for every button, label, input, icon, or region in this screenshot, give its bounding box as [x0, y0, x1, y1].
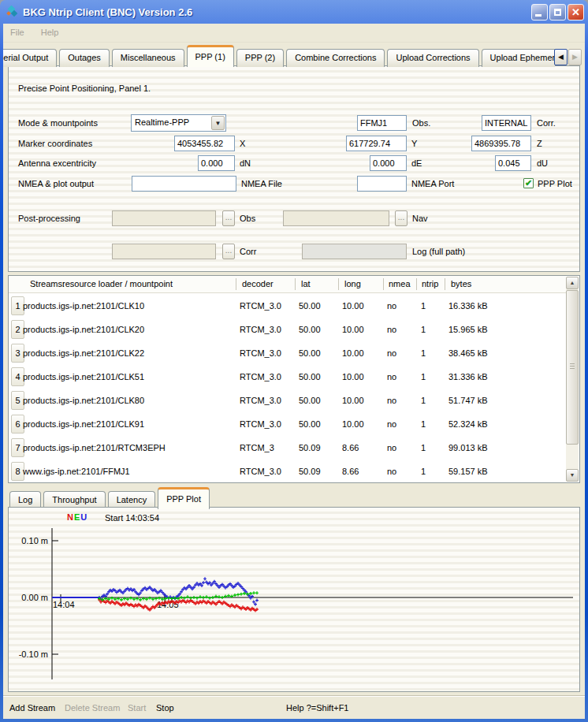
table-row[interactable]: 8www.igs-ip.net:2101/FFMJ1RTCM_3.050.098…	[9, 460, 566, 483]
minimize-button[interactable]	[531, 4, 548, 20]
corr-mountpoint-field[interactable]	[482, 115, 531, 131]
cell-nmea: no	[387, 412, 396, 436]
header-streams: Streams:	[30, 279, 65, 288]
cell-nmea: no	[387, 341, 396, 365]
nmea-port-field[interactable]	[357, 176, 407, 192]
post-corr-browse-button[interactable]: ...	[222, 244, 235, 259]
antenna-label: Antenna excentricity	[18, 155, 96, 171]
tab-scroll-left-button[interactable]: ◀	[554, 49, 568, 65]
antenna-dn-field[interactable]	[198, 155, 235, 171]
tab-serial-output[interactable]: Serial Output	[3, 49, 57, 67]
marker-y-field[interactable]	[346, 136, 407, 151]
tab-ppp-2[interactable]: PPP (2)	[236, 49, 284, 67]
cell-decoder: RTCM_3.0	[240, 341, 281, 365]
tab-scroll-right-button[interactable]: ▶	[568, 49, 582, 65]
add-stream-button[interactable]: Add Stream	[9, 703, 55, 713]
menu-bar: File Help	[3, 24, 585, 43]
tab-upload-ephemeris[interactable]: Upload Ephemeris	[482, 49, 555, 67]
post-obs-browse-button[interactable]: ...	[222, 210, 235, 226]
marker-x-field[interactable]	[174, 136, 235, 151]
table-row[interactable]: 4products.igs-ip.net:2101/CLK51RTCM_3.05…	[9, 365, 566, 389]
table-row[interactable]: 2products.igs-ip.net:2101/CLK20RTCM_3.05…	[9, 318, 566, 341]
cell-ntrip: 1	[421, 318, 426, 341]
bottom-tab-bar: Log Throughput Latency PPP Plot	[9, 486, 404, 509]
cell-nmea: no	[387, 436, 396, 460]
maximize-button[interactable]	[549, 4, 566, 20]
table-scrollbar[interactable]: ▲ ▼	[566, 277, 579, 482]
table-row[interactable]: 1products.igs-ip.net:2101/CLK10RTCM_3.05…	[9, 294, 566, 318]
thumb-grip-icon	[570, 363, 575, 370]
ppp-panel: Precise Point Positioning, Panel 1. Mode…	[8, 65, 580, 272]
post-obs-field[interactable]	[112, 210, 216, 226]
antenna-de-field[interactable]	[370, 155, 407, 171]
table-row[interactable]: 3products.igs-ip.net:2101/CLK22RTCM_3.05…	[9, 341, 566, 365]
cell-long: 10.00	[342, 294, 364, 318]
post-obs-label: Obs	[240, 210, 255, 226]
header-decoder: decoder	[242, 279, 274, 288]
start-button[interactable]: Start	[128, 703, 146, 713]
scroll-up-icon[interactable]: ▲	[566, 277, 579, 289]
stop-button[interactable]: Stop	[156, 703, 174, 713]
delete-stream-button[interactable]: Delete Stream	[65, 703, 120, 713]
marker-z-field[interactable]	[471, 136, 531, 151]
table-row[interactable]: 5products.igs-ip.net:2101/CLK80RTCM_3.05…	[9, 389, 566, 412]
cell-ntrip: 1	[421, 294, 426, 318]
post-log-field[interactable]	[302, 244, 407, 259]
svg-text:0.00 m: 0.00 m	[21, 593, 48, 602]
table-row[interactable]: 7products.igs-ip.net:2101/RTCM3EPHRTCM_3…	[9, 436, 566, 460]
cell-mountpoint: products.igs-ip.net:2101/CLK91	[23, 412, 144, 436]
plot-start-time: Start 14:03:54	[105, 513, 159, 523]
post-nav-field[interactable]	[283, 210, 389, 226]
cell-lat: 50.00	[299, 294, 321, 318]
ppp-plot-checkbox[interactable]: ✔	[523, 178, 534, 188]
mode-label: Mode & mountpoints	[18, 115, 98, 131]
scroll-down-icon[interactable]: ▼	[566, 469, 579, 482]
nmea-port-label: NMEA Port	[411, 176, 454, 192]
tab-miscellaneous[interactable]: Miscellaneous	[112, 49, 184, 67]
cell-bytes: 51.747 kB	[448, 389, 488, 412]
post-corr-field[interactable]	[112, 244, 216, 259]
nmea-file-label: NMEA File	[241, 176, 282, 192]
svg-text:14:04: 14:04	[53, 600, 75, 609]
post-nav-browse-button[interactable]: ...	[395, 210, 408, 226]
client-area: File Help Serial Output Outages Miscella…	[3, 24, 585, 719]
cell-lat: 50.09	[299, 436, 321, 460]
chevron-down-icon[interactable]: ▼	[211, 116, 225, 130]
cell-mountpoint: products.igs-ip.net:2101/CLK80	[23, 389, 144, 412]
close-button[interactable]: ✕	[568, 4, 584, 20]
cell-bytes: 38.465 kB	[448, 341, 488, 365]
tab-upload-corrections[interactable]: Upload Corrections	[387, 49, 478, 67]
tab-combine-corrections[interactable]: Combine Corrections	[286, 49, 385, 67]
x-label: X	[240, 136, 245, 151]
menu-help[interactable]: Help	[34, 24, 66, 37]
cell-ntrip: 1	[421, 460, 426, 483]
cell-mountpoint: www.igs-ip.net:2101/FFMJ1	[23, 460, 130, 483]
cell-long: 10.00	[342, 389, 364, 412]
cell-lat: 50.00	[299, 389, 321, 412]
tab-ppp-1[interactable]: PPP (1)	[187, 45, 234, 67]
scrollbar-thumb[interactable]	[566, 290, 579, 445]
obs-mountpoint-field[interactable]	[357, 115, 407, 131]
tab-outages[interactable]: Outages	[59, 49, 110, 67]
cell-long: 10.00	[342, 341, 364, 365]
antenna-du-field[interactable]	[495, 155, 531, 171]
menu-file[interactable]: File	[3, 24, 32, 37]
cell-ntrip: 1	[421, 412, 426, 436]
nmea-label: NMEA & plot output	[18, 176, 94, 192]
cell-nmea: no	[387, 389, 396, 412]
cell-ntrip: 1	[421, 389, 426, 412]
plot-legend: NEU	[67, 512, 87, 522]
cell-mountpoint: products.igs-ip.net:2101/CLK10	[23, 294, 144, 318]
table-row[interactable]: 6products.igs-ip.net:2101/CLK91RTCM_3.05…	[9, 412, 566, 436]
cell-bytes: 59.157 kB	[448, 460, 488, 483]
post-log-label: Log (full path)	[412, 244, 465, 259]
cell-bytes: 99.013 kB	[448, 436, 488, 460]
mode-combobox[interactable]: Realtime-PPP ▼	[131, 114, 226, 132]
tab-ppp-plot[interactable]: PPP Plot	[158, 487, 210, 509]
y-label: Y	[411, 136, 417, 151]
status-bar: Add Stream Delete Stream Start Stop Help…	[3, 695, 585, 719]
cell-decoder: RTCM_3.0	[240, 318, 281, 341]
cell-long: 8.66	[342, 436, 359, 460]
header-bytes: bytes	[451, 279, 471, 288]
nmea-file-field[interactable]	[132, 176, 236, 192]
